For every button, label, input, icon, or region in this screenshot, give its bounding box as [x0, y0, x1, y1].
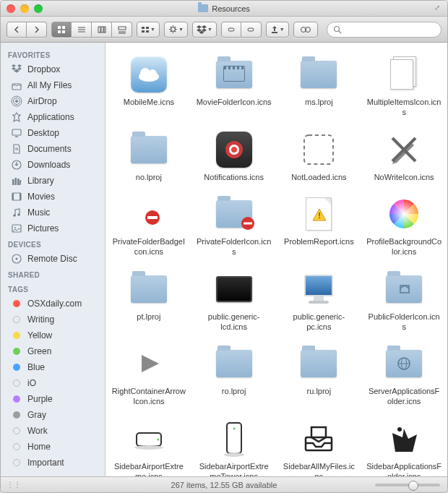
file-label: SidebarAirportExtreme.icns [111, 462, 186, 476]
file-item[interactable]: SidebarAirportExtreme.icns [108, 416, 189, 476]
back-button[interactable] [7, 22, 27, 38]
svg-point-81 [397, 427, 402, 432]
sidebar-item[interactable]: Downloads [1, 157, 105, 173]
file-item[interactable]: NoWriteIcon.icns [363, 127, 444, 186]
svg-point-78 [224, 453, 244, 457]
titlebar[interactable]: Resources ⤢ [1, 1, 447, 17]
edit-tags-button[interactable] [293, 22, 318, 38]
sidebar-item[interactable]: OSXdaily.com [1, 296, 105, 312]
file-item[interactable]: ru.lproj [279, 340, 360, 410]
minimize-button[interactable] [20, 4, 29, 13]
sidebar-item[interactable]: Applications [1, 109, 105, 125]
file-item[interactable]: MovieFolderIcon.icns [194, 51, 275, 121]
search-input[interactable] [345, 25, 435, 34]
file-item[interactable]: ms.lproj [279, 51, 360, 121]
forward-button[interactable] [27, 22, 47, 38]
pictures-icon [11, 223, 22, 234]
file-item[interactable]: PublicFolderIcon.icns [363, 266, 444, 335]
file-item[interactable]: PrivateFolderIcon.icns [194, 191, 275, 260]
sidebar-item-label: Remote Disc [27, 254, 77, 264]
sidebar-item[interactable]: AirDrop [1, 93, 105, 109]
svg-point-50 [17, 213, 20, 216]
icon-size-slider[interactable] [375, 484, 440, 486]
action-menu[interactable]: ▼ [164, 22, 188, 38]
sidebar-item[interactable]: Blue [1, 359, 105, 375]
sidebar-item[interactable]: Movies [1, 189, 105, 205]
file-item[interactable]: ro.lproj [194, 340, 275, 410]
file-item[interactable]: SidebarApplicationsFolder.icns [363, 416, 444, 476]
sidebar-item[interactable]: iO [1, 375, 105, 391]
file-item[interactable]: SidebarAirportExtremeTower.icns [194, 416, 275, 476]
sidebar-item[interactable]: Writing [1, 312, 105, 327]
tag-button-2[interactable] [241, 22, 262, 38]
finder-window: Resources ⤢ ▼ ▼ ▼ ▼ FAVORITESDropboxAll … [0, 0, 448, 493]
svg-point-60 [231, 147, 237, 153]
svg-rect-37 [12, 129, 21, 135]
coverflow-view-button[interactable] [112, 22, 132, 38]
file-item[interactable]: NotLoaded.icns [279, 127, 360, 186]
sidebar-item[interactable]: Purple [1, 391, 105, 407]
resize-handle-icon[interactable]: ⋮⋮ [7, 481, 21, 489]
file-label: pt.lproj [137, 312, 160, 322]
tag-button[interactable] [221, 22, 241, 38]
notif-icon [214, 129, 254, 170]
dropbox-menu[interactable]: ▼ [192, 22, 217, 38]
zoom-button[interactable] [34, 4, 43, 13]
sidebar-item[interactable]: Green [1, 343, 105, 359]
file-item[interactable]: MultipleItemsIcon.icns [363, 51, 444, 121]
svg-rect-2 [58, 30, 61, 33]
movies-icon [11, 191, 22, 202]
sidebar-item-label: Blue [27, 362, 45, 372]
file-item[interactable]: ServerApplicationsFolder.icns [363, 340, 444, 410]
file-item[interactable]: MobileMe.icns [108, 51, 189, 121]
sidebar-item[interactable]: All My Files [1, 77, 105, 93]
icon-view-button[interactable] [51, 22, 72, 38]
svg-point-79 [233, 427, 235, 429]
file-label: NoWriteIcon.icns [374, 173, 434, 183]
svg-point-31 [334, 26, 339, 31]
list-view-button[interactable] [72, 22, 92, 38]
sidebar[interactable]: FAVORITESDropboxAll My FilesAirDropAppli… [1, 43, 105, 476]
file-item[interactable]: !ProblemReport.icns [279, 191, 360, 260]
share-menu[interactable]: ▼ [266, 22, 289, 38]
sidebar-item[interactable]: Home [1, 439, 105, 455]
file-label: PrivateFolderBadgeIcon.icns [111, 237, 186, 257]
file-item[interactable]: Notifications.icns [194, 127, 275, 186]
sidebar-item[interactable]: Library [1, 173, 105, 189]
folder-icon [198, 4, 208, 12]
arrange-menu[interactable]: ▼ [137, 22, 160, 38]
sidebar-item[interactable]: Dropbox [1, 61, 105, 77]
content-area[interactable]: MobileMe.icnsMovieFolderIcon.icnsms.lpro… [105, 43, 447, 476]
tag-icon [11, 298, 22, 309]
folder-icon [298, 54, 339, 95]
file-item[interactable]: PrivateFolderBadgeIcon.icns [108, 191, 189, 260]
sidebar-section-header: FAVORITES [1, 47, 105, 61]
sidebar-item[interactable]: Work [1, 423, 105, 439]
file-item[interactable]: pt.lproj [108, 266, 189, 335]
sidebar-item[interactable]: Desktop [1, 125, 105, 141]
sidebar-item[interactable]: Documents [1, 141, 105, 157]
status-text: 267 items, 12.55 GB available [171, 481, 277, 489]
sidebar-item[interactable]: Pictures [1, 220, 105, 236]
tag-icon [11, 425, 22, 437]
file-item[interactable]: public.generic-lcd.icns [194, 266, 275, 335]
file-item[interactable]: public.generic-pc.icns [279, 266, 360, 335]
toolbar: ▼ ▼ ▼ ▼ [1, 17, 447, 43]
sidebar-item[interactable]: Remote Disc [1, 251, 105, 267]
close-button[interactable] [7, 4, 15, 13]
nav-buttons [7, 22, 47, 38]
sidebar-item[interactable]: Important [1, 455, 105, 471]
file-item[interactable]: no.lproj [108, 127, 189, 186]
svg-rect-13 [142, 27, 145, 29]
fullscreen-icon[interactable]: ⤢ [434, 4, 443, 12]
sidebar-item[interactable]: Gray [1, 407, 105, 423]
sidebar-item[interactable]: Music [1, 205, 105, 220]
column-view-button[interactable] [92, 22, 112, 38]
file-item[interactable]: SidebarAllMyFiles.icns [279, 416, 360, 476]
svg-rect-7 [98, 27, 100, 33]
sidebar-item[interactable]: Yellow [1, 327, 105, 343]
lcd-icon [214, 269, 254, 309]
search-field[interactable] [327, 22, 441, 38]
file-item[interactable]: RightContainerArrowIcon.icns [108, 340, 189, 410]
file-item[interactable]: ProfileBackgroundColor.icns [363, 191, 444, 260]
